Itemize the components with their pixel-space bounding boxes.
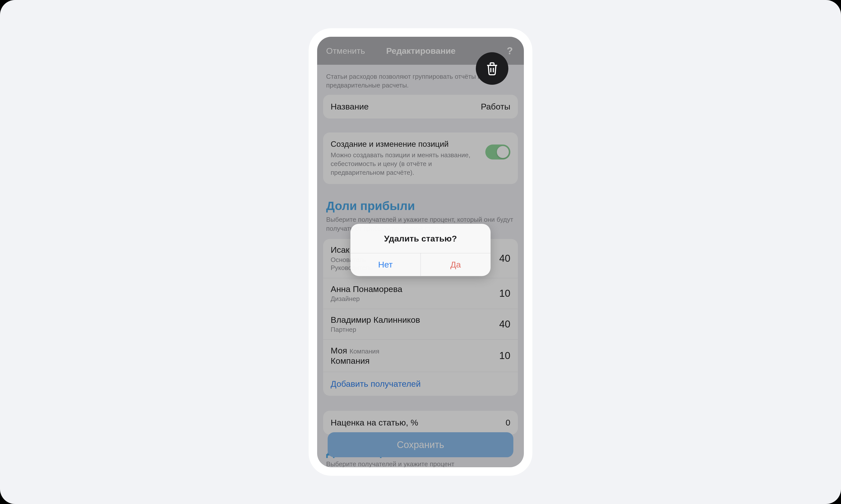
person-value: 10 <box>499 288 511 299</box>
markup-shares-desc: Выберите получателей и укажите процент <box>326 460 515 467</box>
markup-row[interactable]: Наценка на статью, % 0 <box>323 411 518 434</box>
person-value: 10 <box>499 350 511 361</box>
person-name: Анна Понаморева <box>331 284 402 294</box>
person-row-2[interactable]: Владимир Калинников Партнер 40 <box>323 309 518 340</box>
person-name: Владимир Калинников <box>331 315 420 325</box>
alert-title: Удалить статью? <box>350 224 491 253</box>
name-row[interactable]: Название Работы <box>323 95 518 119</box>
alert-yes-button[interactable]: Да <box>421 253 491 276</box>
save-button[interactable]: Сохранить <box>328 432 513 457</box>
name-value: Работы <box>481 102 510 111</box>
markup-shares-title: Доли наценки <box>326 445 515 458</box>
person-row-3[interactable]: Моя Компания Компания 10 <box>323 340 518 372</box>
positions-toggle[interactable] <box>485 144 510 160</box>
shares-title: Доли прибыли <box>326 199 515 213</box>
name-label: Название <box>331 102 369 111</box>
markup-card: Наценка на статью, % 0 <box>323 411 518 434</box>
delete-fab[interactable] <box>476 52 508 85</box>
toggle-title: Создание и изменение позиций <box>331 140 480 149</box>
phone-frame: Отменить Редактирование ? Статьи расходо… <box>309 28 532 476</box>
toggle-card: Создание и изменение позиций Можно созда… <box>323 132 518 184</box>
person-value: 40 <box>499 319 511 330</box>
toggle-desc: Можно создавать позиции и менять названи… <box>331 151 480 177</box>
page-title: Редактирование <box>335 46 507 56</box>
add-recipients-button[interactable]: Добавить получателей <box>323 372 518 396</box>
trash-icon <box>484 61 500 76</box>
alert-no-button[interactable]: Нет <box>350 253 421 276</box>
alert-buttons: Нет Да <box>350 253 491 276</box>
confirm-dialog: Удалить статью? Нет Да <box>350 224 491 276</box>
markup-label: Наценка на статью, % <box>331 418 418 428</box>
cancel-button[interactable]: Отменить <box>326 46 365 56</box>
person-role: Дизайнер <box>331 295 402 303</box>
name-card: Название Работы <box>323 95 518 119</box>
save-bar: Сохранить <box>328 432 513 457</box>
person-name: Моя Компания <box>331 346 379 356</box>
markup-shares-header: Доли наценки Выберите получателей и укаж… <box>317 434 524 467</box>
markup-value: 0 <box>505 418 510 428</box>
stage: Отменить Редактирование ? Статьи расходо… <box>0 0 841 504</box>
toggle-knob <box>497 146 509 158</box>
person-row-1[interactable]: Анна Понаморева Дизайнер 10 <box>323 278 518 309</box>
person-value: 40 <box>499 253 511 264</box>
screen: Отменить Редактирование ? Статьи расходо… <box>317 37 524 467</box>
person-subtitle: Компания <box>331 356 379 366</box>
help-button[interactable]: ? <box>507 45 515 56</box>
person-role: Партнер <box>331 326 420 334</box>
